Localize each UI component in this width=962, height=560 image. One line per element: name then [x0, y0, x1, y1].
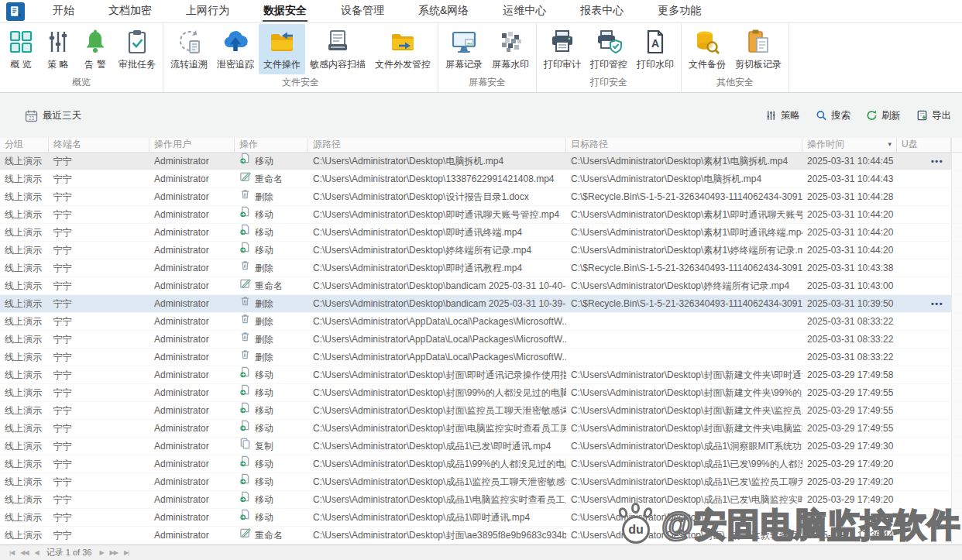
scrollbar-strip[interactable]: [951, 384, 962, 401]
scrollbar-strip[interactable]: [951, 420, 962, 437]
action-label: 策略: [781, 109, 800, 122]
cell-terminal: 宁宁: [49, 438, 149, 455]
scrollbar-strip[interactable]: [951, 242, 962, 259]
pager-prev-page-button[interactable]: ◀◀: [20, 549, 28, 556]
table-row[interactable]: 线上演示宁宁Administrator删除C:\Users\Administra…: [0, 188, 962, 206]
scrollbar-strip[interactable]: [951, 188, 962, 205]
column-header-user[interactable]: 操作用户: [149, 138, 235, 152]
ribbon-item-print-audit[interactable]: 打印审计: [539, 24, 586, 74]
scrollbar-strip[interactable]: [951, 438, 962, 455]
menu-tab-4[interactable]: 数据安全: [246, 0, 324, 23]
table-row[interactable]: 线上演示宁宁Administrator删除C:\Users\Administra…: [0, 259, 962, 277]
ribbon-item-screen-watermark[interactable]: 屏幕水印: [487, 24, 534, 74]
scrollbar-strip[interactable]: [951, 473, 962, 490]
ribbon-item-leak-track[interactable]: 泄密追踪: [212, 24, 259, 74]
table-row[interactable]: 线上演示宁宁Administrator删除C:\Users\Administra…: [0, 313, 962, 331]
table-row[interactable]: 线上演示宁宁Administrator移动C:\Users\Administra…: [0, 384, 962, 402]
export-button[interactable]: 导出: [916, 109, 951, 122]
scrollbar-strip[interactable]: [951, 313, 962, 330]
ribbon-item-policy[interactable]: 策 略: [40, 24, 77, 74]
scrollbar-strip[interactable]: [951, 170, 962, 187]
ribbon-item-file-backup[interactable]: 文件备份: [684, 24, 730, 74]
cell-group: 线上演示: [0, 295, 49, 312]
app-logo-icon[interactable]: [6, 2, 25, 21]
menu-tab-3[interactable]: 上网行为: [169, 0, 246, 23]
scrollbar-strip[interactable]: [951, 349, 962, 366]
scrollbar-strip[interactable]: [951, 277, 962, 294]
ribbon-item-print-watermark[interactable]: A打印水印: [632, 24, 679, 74]
scrollbar-strip[interactable]: [951, 138, 962, 152]
table-row[interactable]: 线上演示宁宁Administrator移动C:\Users\Administra…: [0, 455, 962, 473]
table-row[interactable]: 线上演示宁宁Administrator删除C:\Users\Administra…: [0, 349, 962, 366]
ribbon-item-flow-trace[interactable]: 流转追溯: [166, 24, 212, 74]
scrollbar-strip[interactable]: [951, 224, 962, 241]
refresh-button[interactable]: 刷新: [866, 109, 901, 122]
scrollbar-strip[interactable]: [951, 366, 962, 383]
scrollbar-strip[interactable]: [951, 206, 962, 223]
table-row[interactable]: 线上演示宁宁Administrator删除C:\Users\Administra…: [0, 295, 962, 313]
op-move-icon: [239, 509, 251, 526]
cell-src: C:\Users\Administrator\Desktop\即时通讯聊天账号管…: [308, 206, 566, 223]
row-actions-icon[interactable]: •••: [931, 156, 948, 166]
table-row[interactable]: 线上演示宁宁Administrator移动C:\Users\Administra…: [0, 420, 962, 438]
ribbon-item-file-operations[interactable]: 文件操作: [259, 24, 305, 74]
scrollbar-strip[interactable]: [951, 295, 962, 312]
scrollbar-strip[interactable]: [951, 259, 962, 277]
column-filter-arrow-icon[interactable]: ▾: [888, 138, 892, 151]
ribbon-item-print-control[interactable]: 打印管控: [586, 24, 632, 74]
column-header-udisk[interactable]: U盘: [897, 138, 951, 152]
column-header-op[interactable]: 操作: [235, 138, 308, 152]
cell-time: 2025-03-31 10:43:00: [802, 277, 897, 294]
column-header-terminal[interactable]: 终端名: [49, 138, 149, 152]
column-header-time[interactable]: 操作时间▾: [802, 138, 897, 152]
menu-tab-5[interactable]: 设备管理: [324, 0, 401, 23]
table-row[interactable]: 线上演示宁宁Administrator移动C:\Users\Administra…: [0, 242, 962, 259]
search-button[interactable]: 搜索: [816, 109, 850, 122]
menu-tab-7[interactable]: 运维中心: [486, 0, 563, 23]
cell-src: C:\Users\Administrator\Desktop\bandicam …: [308, 277, 566, 294]
sensitive-content-scan-icon: [324, 28, 352, 56]
ribbon-item-file-outgoing-control[interactable]: 文件外发管控: [370, 24, 435, 74]
ribbon-item-clipboard-record[interactable]: 剪切板记录: [730, 24, 786, 74]
table-row[interactable]: 线上演示宁宁Administrator复制C:\Users\Administra…: [0, 438, 962, 455]
pager-next-page-button[interactable]: ▶▶: [110, 549, 118, 556]
ribbon-item-approval-tasks[interactable]: 审批任务: [114, 24, 160, 74]
table-row[interactable]: 线上演示宁宁Administrator删除C:\Users\Administra…: [0, 331, 962, 349]
policy-button[interactable]: 策略: [765, 109, 800, 122]
menu-tab-1[interactable]: 开始: [36, 0, 91, 23]
column-header-group[interactable]: 分组: [0, 138, 49, 152]
menu-tab-9[interactable]: 更多功能: [641, 0, 718, 23]
menu-tab-2[interactable]: 文档加密: [91, 0, 169, 23]
scrollbar-strip[interactable]: [951, 402, 962, 419]
table-row[interactable]: 线上演示宁宁Administrator重命名C:\Users\Administr…: [0, 170, 962, 188]
ribbon-group-label: 打印安全: [539, 74, 679, 94]
column-header-src[interactable]: 源路径: [308, 138, 566, 152]
table-row[interactable]: 线上演示宁宁Administrator重命名C:\Users\Administr…: [0, 277, 962, 295]
ribbon-item-alert[interactable]: 告 警: [77, 24, 114, 74]
ribbon-item-overview[interactable]: 概 览: [2, 24, 40, 74]
menu-tab-8[interactable]: 报表中心: [563, 0, 641, 23]
ribbon-item-screen-record[interactable]: 屏幕记录: [441, 24, 487, 74]
row-actions-icon[interactable]: •••: [931, 299, 948, 308]
column-header-dst[interactable]: 目标路径: [566, 138, 802, 152]
table-row[interactable]: 线上演示宁宁Administrator移动C:\Users\Administra…: [0, 224, 962, 242]
pager-next-button[interactable]: ▶: [99, 549, 103, 556]
menu-tab-6[interactable]: 系统&网络: [401, 0, 486, 23]
date-range-filter[interactable]: 23 最近三天: [25, 109, 81, 122]
table-row[interactable]: 线上演示宁宁Administrator移动C:\Users\Administra…: [0, 366, 962, 384]
cell-operation: 移动: [235, 366, 308, 383]
cell-operation: 移动: [235, 420, 308, 437]
scrollbar-strip[interactable]: [951, 331, 962, 348]
ribbon-item-sensitive-content-scan[interactable]: 敏感内容扫描: [305, 24, 370, 74]
table-row[interactable]: 线上演示宁宁Administrator移动C:\Users\Administra…: [0, 473, 962, 491]
scrollbar-strip[interactable]: [951, 153, 962, 170]
table-row[interactable]: 线上演示宁宁Administrator移动C:\Users\Administra…: [0, 153, 962, 170]
scrollbar-strip[interactable]: [951, 455, 962, 472]
pager-last-button[interactable]: ▶|: [124, 549, 129, 556]
menu-bar: 开始文档加密上网行为数据安全设备管理系统&网络运维中心报表中心更多功能: [0, 0, 962, 23]
table-row[interactable]: 线上演示宁宁Administrator移动C:\Users\Administra…: [0, 402, 962, 420]
pager-first-button[interactable]: |◀: [9, 549, 14, 556]
ribbon-group-label: 概览: [2, 74, 160, 94]
table-row[interactable]: 线上演示宁宁Administrator移动C:\Users\Administra…: [0, 206, 962, 224]
pager-prev-button[interactable]: ◀: [35, 549, 39, 556]
